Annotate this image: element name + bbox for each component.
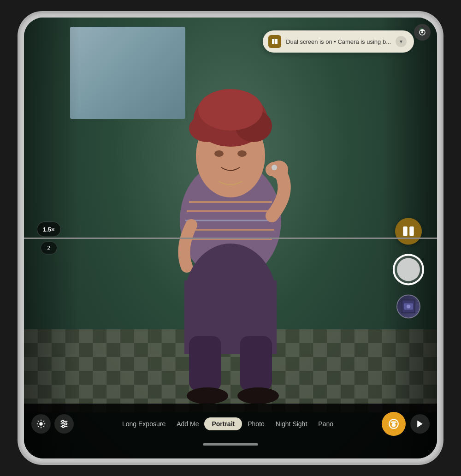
svg-rect-30 — [272, 39, 274, 44]
svg-rect-29 — [420, 30, 424, 31]
bottom-indicator — [31, 443, 430, 446]
notification-banner[interactable]: Dual screen is on • Camera is using b...… — [263, 30, 414, 53]
mode-row: Long Exposure Add Me Portrait Photo Nigh… — [31, 412, 430, 436]
right-camera-controls — [393, 218, 424, 318]
mode-long-exposure[interactable]: Long Exposure — [117, 417, 171, 430]
front-camera-icon — [414, 24, 431, 41]
right-action-buttons — [382, 412, 430, 436]
mode-portrait[interactable]: Portrait — [204, 417, 242, 430]
settings-button[interactable] — [31, 414, 51, 434]
svg-rect-22 — [240, 336, 272, 391]
video-mode-button[interactable] — [410, 414, 430, 434]
svg-point-17 — [214, 150, 224, 157]
phone-frame: Dual screen is on • Camera is using b...… — [18, 12, 443, 464]
camera-shutter-bottom[interactable] — [382, 412, 406, 436]
zoom-level-button[interactable]: 1.5× — [37, 222, 61, 237]
bottom-controls-bar: Long Exposure Add Me Portrait Photo Nigh… — [24, 404, 437, 458]
mode-add-me[interactable]: Add Me — [171, 417, 204, 430]
left-icon-buttons — [31, 414, 74, 434]
svg-point-43 — [62, 420, 64, 422]
svg-point-37 — [407, 304, 410, 308]
camera-modes-list: Long Exposure Add Me Portrait Photo Nigh… — [74, 417, 382, 430]
svg-point-44 — [65, 423, 67, 425]
svg-point-26 — [272, 165, 277, 170]
svg-point-45 — [62, 425, 65, 428]
notification-expand-button[interactable]: ▾ — [396, 36, 407, 47]
svg-point-16 — [198, 89, 263, 131]
svg-rect-21 — [189, 336, 221, 391]
svg-point-18 — [237, 150, 247, 157]
hinge-line — [24, 238, 437, 239]
sliders-button[interactable] — [54, 414, 74, 434]
camera-number-button[interactable]: 2 — [41, 242, 57, 255]
svg-point-28 — [421, 31, 424, 34]
svg-marker-48 — [417, 421, 423, 428]
svg-point-25 — [270, 161, 288, 179]
svg-rect-33 — [409, 226, 414, 236]
mode-photo[interactable]: Photo — [242, 417, 270, 430]
svg-point-47 — [392, 423, 396, 427]
mode-panorama[interactable]: Pano — [313, 417, 339, 430]
svg-rect-31 — [275, 39, 278, 44]
dual-screen-notification-icon — [268, 35, 281, 48]
svg-point-23 — [187, 387, 228, 404]
mode-night-sight[interactable]: Night Sight — [270, 417, 313, 430]
phone-screen: Dual screen is on • Camera is using b...… — [24, 18, 437, 458]
person-subject — [115, 54, 346, 405]
home-indicator — [203, 443, 258, 446]
thumbnail-button[interactable] — [396, 294, 420, 318]
dual-screen-button[interactable] — [395, 218, 422, 244]
thumbnail-preview — [397, 295, 420, 317]
svg-rect-32 — [403, 226, 407, 236]
svg-point-24 — [237, 387, 279, 404]
notification-text: Dual screen is on • Camera is using b... — [286, 38, 391, 45]
shutter-inner — [397, 258, 420, 281]
shutter-button[interactable] — [393, 254, 424, 285]
